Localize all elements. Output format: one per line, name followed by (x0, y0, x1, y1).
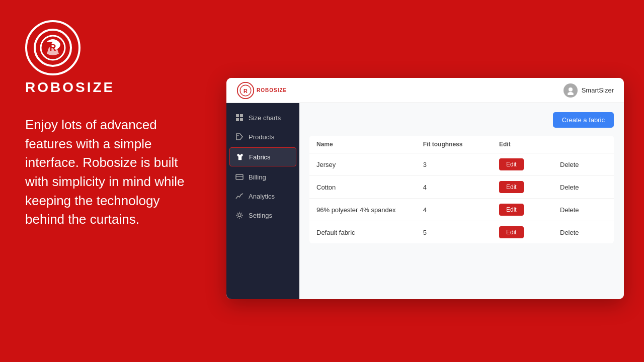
content-header: Create a fabric (309, 112, 614, 128)
branding-area: R ROBOSIZE Enjoy lots of advanced featur… (25, 20, 201, 229)
edit-button[interactable]: Edit (499, 204, 524, 216)
logo-circle: R (25, 20, 80, 75)
edit-button[interactable]: Edit (499, 226, 524, 238)
svg-rect-9 (240, 114, 243, 117)
user-avatar (564, 83, 578, 98)
tag-icon (235, 133, 244, 141)
sidebar-item-billing[interactable]: Billing (226, 167, 299, 187)
tagline: Enjoy lots of advanced features with a s… (25, 116, 201, 229)
col-header-name: Name (309, 136, 416, 153)
edit-button[interactable]: Edit (499, 158, 524, 170)
create-fabric-button[interactable]: Create a fabric (553, 112, 614, 128)
cell-fit-toughness: 5 (416, 221, 492, 244)
cell-fit-toughness: 4 (416, 199, 492, 221)
header-brand-text: ROBOSIZE (257, 87, 287, 93)
delete-button[interactable]: Delete (560, 229, 579, 236)
delete-button[interactable]: Delete (560, 161, 579, 168)
delete-button[interactable]: Delete (560, 184, 579, 191)
sidebar-item-fabrics[interactable]: Fabrics (229, 147, 296, 166)
svg-rect-13 (236, 174, 243, 179)
sidebar-item-size-charts[interactable]: Size charts (226, 108, 299, 127)
col-header-fit: Fit toughness (416, 136, 492, 153)
table-row: Jersey 3 Edit Delete (309, 153, 614, 176)
cell-fit-toughness: 4 (416, 176, 492, 199)
svg-rect-10 (236, 118, 239, 121)
cell-name: Jersey (309, 153, 416, 176)
billing-icon (235, 173, 244, 181)
cell-name: 96% polyester 4% spandex (309, 199, 416, 221)
col-header-edit: Edit (492, 136, 553, 153)
sidebar: Size charts Products Fabrics (226, 103, 299, 299)
chart-icon (235, 192, 244, 200)
cell-edit: Edit (492, 221, 553, 244)
header-user: SmartSizer (564, 83, 614, 98)
table-row: Cotton 4 Edit Delete (309, 176, 614, 199)
sidebar-label-settings: Settings (249, 212, 272, 219)
cell-fit-toughness: 3 (416, 153, 492, 176)
gear-icon (235, 211, 244, 219)
table-row: 96% polyester 4% spandex 4 Edit Delete (309, 199, 614, 221)
svg-rect-11 (240, 118, 243, 121)
svg-point-7 (568, 92, 574, 95)
cell-name: Default fabric (309, 221, 416, 244)
cell-delete: Delete (553, 221, 614, 244)
sidebar-label-products: Products (249, 133, 274, 141)
edit-button[interactable]: Edit (499, 181, 524, 193)
app-body: Size charts Products Fabrics (226, 103, 624, 299)
sidebar-item-products[interactable]: Products (226, 127, 299, 146)
main-content: Create a fabric Name Fit toughness Edit … (299, 103, 624, 299)
svg-point-6 (569, 87, 573, 92)
cell-delete: Delete (553, 176, 614, 199)
cell-delete: Delete (553, 199, 614, 221)
table-row: Default fabric 5 Edit Delete (309, 221, 614, 244)
sidebar-label-fabrics: Fabrics (249, 153, 271, 161)
header-logo-icon: R (236, 81, 255, 100)
sidebar-label-analytics: Analytics (249, 193, 275, 200)
cell-edit: Edit (492, 199, 553, 221)
cell-name: Cotton (309, 176, 416, 199)
logo-svg: R (33, 28, 73, 68)
fabric-table: Name Fit toughness Edit Jersey 3 Edit De… (309, 136, 614, 243)
cell-delete: Delete (553, 153, 614, 176)
delete-button[interactable]: Delete (560, 206, 579, 214)
user-name: SmartSizer (582, 86, 614, 94)
sidebar-label-size-charts: Size charts (249, 114, 281, 122)
sidebar-item-settings[interactable]: Settings (226, 206, 299, 225)
svg-rect-8 (236, 114, 239, 117)
svg-text:R: R (50, 43, 56, 53)
svg-point-15 (238, 214, 241, 217)
cell-edit: Edit (492, 176, 553, 199)
app-window: R ROBOSIZE SmartSizer (226, 78, 624, 299)
header-logo: R ROBOSIZE (236, 81, 287, 100)
avatar-icon (566, 86, 575, 95)
tshirt-icon (236, 153, 244, 161)
grid-icon (235, 114, 244, 122)
svg-point-12 (237, 135, 238, 136)
sidebar-item-analytics[interactable]: Analytics (226, 187, 299, 206)
svg-text:R: R (244, 87, 248, 94)
app-header: R ROBOSIZE SmartSizer (226, 78, 624, 103)
company-name: ROBOSIZE (25, 79, 115, 96)
logo-container: R ROBOSIZE Enjoy lots of advanced featur… (25, 20, 201, 229)
cell-edit: Edit (492, 153, 553, 176)
col-header-delete (553, 136, 614, 153)
sidebar-label-billing: Billing (249, 173, 266, 181)
